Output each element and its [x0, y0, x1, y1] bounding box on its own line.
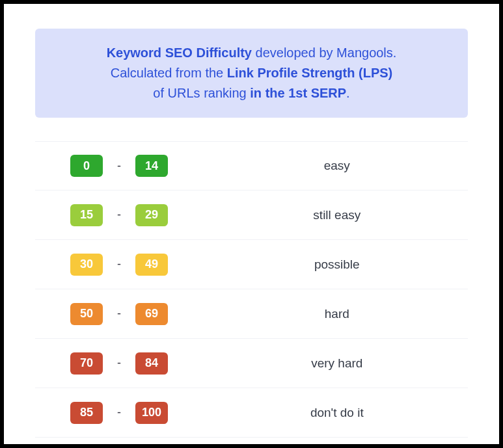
table-row: 30-49possible	[35, 240, 468, 289]
info-bold-1: Keyword SEO Difficulty	[107, 46, 252, 60]
table-row: 15-29still easy	[35, 191, 468, 240]
info-text-1: developed by Mangools.	[252, 46, 396, 60]
difficulty-label: hard	[226, 307, 468, 321]
range-max-badge: 29	[135, 204, 168, 226]
table-row: 85-100don't do it	[35, 388, 468, 438]
range-min-badge: 30	[70, 254, 103, 276]
range-dash: -	[117, 307, 121, 321]
info-bold-2: Link Profile Strength (LPS)	[227, 66, 392, 80]
info-line-2: Calculated from the Link Profile Strengt…	[51, 63, 452, 83]
range-min-badge: 85	[70, 402, 103, 424]
info-text-3: of URLs ranking	[153, 86, 250, 100]
range-min-badge: 50	[70, 303, 103, 325]
table-row: 50-69hard	[35, 289, 468, 339]
info-text-4: .	[346, 86, 350, 100]
range-cell: 0-14	[35, 155, 226, 177]
info-bold-3: in the 1st SERP	[250, 86, 346, 100]
table-row: 0-14easy	[35, 141, 468, 191]
range-dash: -	[117, 257, 121, 271]
range-cell: 85-100	[35, 402, 226, 424]
difficulty-label: possible	[226, 257, 468, 272]
range-dash: -	[117, 356, 121, 370]
difficulty-table: 0-14easy15-29still easy30-49possible50-6…	[35, 141, 468, 438]
range-min-badge: 0	[70, 155, 103, 177]
difficulty-label: very hard	[226, 356, 468, 371]
range-min-badge: 70	[70, 352, 103, 375]
difficulty-label: don't do it	[226, 406, 468, 420]
range-max-badge: 100	[135, 402, 168, 424]
difficulty-label: easy	[226, 159, 468, 173]
difficulty-label: still easy	[226, 208, 468, 222]
range-dash: -	[117, 406, 121, 419]
range-cell: 30-49	[35, 254, 226, 276]
info-line-1: Keyword SEO Difficulty developed by Mang…	[51, 43, 452, 63]
range-cell: 70-84	[35, 352, 226, 375]
range-min-badge: 15	[70, 204, 103, 226]
info-text-2: Calculated from the	[111, 66, 227, 80]
range-dash: -	[117, 208, 121, 222]
table-row: 70-84very hard	[35, 339, 468, 388]
range-max-badge: 69	[135, 303, 168, 325]
range-cell: 50-69	[35, 303, 226, 325]
info-line-3: of URLs ranking in the 1st SERP.	[51, 83, 452, 103]
difficulty-card: Keyword SEO Difficulty developed by Mang…	[4, 4, 499, 444]
range-max-badge: 14	[135, 155, 168, 177]
range-cell: 15-29	[35, 204, 226, 226]
range-max-badge: 49	[135, 254, 168, 276]
range-max-badge: 84	[135, 352, 168, 375]
range-dash: -	[117, 159, 121, 173]
info-box: Keyword SEO Difficulty developed by Mang…	[35, 29, 468, 118]
